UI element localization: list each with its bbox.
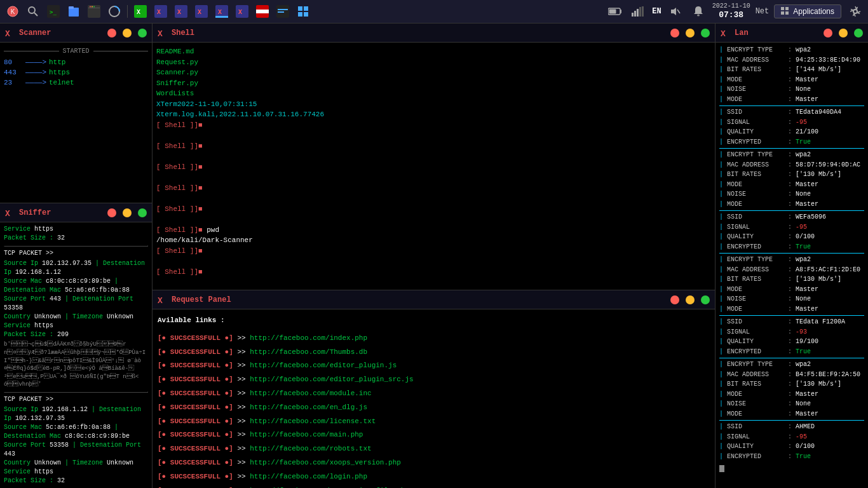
link-url: http://faceboo.com/license.txt [250, 417, 376, 425]
shell-line: Scanner.py [156, 67, 711, 78]
lan-ssid-row: | SSID : TEdata940DA4 [719, 107, 864, 118]
lan-min-btn[interactable] [839, 29, 848, 37]
shell-max-btn[interactable] [701, 29, 710, 37]
shell-line [156, 172, 711, 183]
sniffer-icon: X [5, 208, 15, 218]
link-url: http://faceboo.com/xoops_version.php [250, 459, 401, 466]
scanner-min-btn[interactable] [123, 29, 132, 37]
request-link-row: [● SUCSCESSFULL ●] >> http://faceboo.com… [158, 471, 710, 484]
shell-line: README.md [156, 46, 711, 57]
lan-quality-row: | QUALITY : 0/100 [719, 232, 864, 242]
volume-icon[interactable] [667, 3, 684, 20]
sniffer-country2: Country Unknown | Timezone Unknown [4, 459, 148, 468]
sniffer-close-btn[interactable] [107, 208, 116, 217]
app-icon-1[interactable]: K [4, 3, 22, 20]
lan-signal-row: | SIGNAL : -95 [719, 432, 864, 442]
svg-rect-38 [609, 9, 616, 13]
link-url: http://faceboo.com/index.php [250, 334, 367, 342]
lan-max-btn[interactable] [854, 29, 863, 37]
app-icon-files[interactable] [65, 3, 83, 20]
svg-text:>_: >_ [50, 9, 57, 15]
shell-close-btn[interactable] [670, 29, 679, 37]
svg-rect-49 [781, 11, 784, 15]
request-icon: X [158, 295, 168, 305]
shell-line: XTerm2022-11-10,07:31:15 [156, 99, 711, 110]
lan-inner-sep [719, 420, 864, 421]
success-label: [● SUCSCESSFULL ●] [158, 334, 233, 342]
applications-button[interactable]: Applications [774, 4, 841, 18]
service-name: http [49, 58, 65, 66]
svg-rect-30 [278, 9, 288, 10]
lan-close-btn[interactable] [824, 29, 832, 37]
app-icon-x2[interactable]: X [152, 3, 170, 20]
sniffer-max-btn[interactable] [138, 208, 147, 217]
svg-line-3 [34, 13, 37, 16]
sniffer-srcmac1: Source Mac c8:0c:c8:c9:89:be | Destenati… [4, 277, 148, 295]
svg-point-12 [93, 6, 95, 8]
scanner-panel: X Scanner STARTED 80————>http443————>htt… [0, 24, 152, 203]
sniffer-country1: Country Unknown | Timezone Unknown [4, 313, 148, 322]
sniffer-service2: Service https [4, 468, 148, 477]
lan-mode2-row: | MODE : Master [719, 200, 864, 210]
success-label: [● SUCSCESSFULL ●] [158, 376, 233, 383]
lan-ssid-row: | SSID : TEdata F1200A [719, 317, 864, 327]
sniffer-srcip2: Source Ip 192.168.1.12 | Destenation Ip … [4, 405, 148, 423]
shell-line: [ Shell ]]■ pwd [156, 225, 711, 236]
lan-separator [719, 148, 864, 149]
clock-date: 2022-11-10 [712, 2, 750, 10]
app-icon-terminal[interactable]: >_ [44, 3, 62, 20]
svg-point-46 [697, 14, 700, 16]
app-icon-flag[interactable] [254, 3, 271, 20]
lan-bitrates-row: | BIT RATES : ['130 Mb/s'] [719, 379, 864, 390]
svg-text:K: K [11, 8, 15, 15]
request-link-row: [● SUCSCESSFULL ●] >> http://faceboo.com… [158, 402, 710, 414]
shell-line: [ Shell ]]■ [156, 141, 711, 152]
success-label: [● SUCSCESSFULL ●] [158, 459, 233, 466]
app-icon-x3[interactable]: X [172, 3, 190, 20]
lan-mode-row: | MODE : Master [719, 75, 864, 85]
app-icon-x1[interactable]: X [132, 3, 149, 20]
svg-text:X: X [137, 9, 140, 16]
app-icon-x4[interactable]: X [193, 3, 210, 20]
lan-ssid-row: | SSID : AHMED [719, 422, 864, 432]
app-icon-term2[interactable] [274, 3, 292, 20]
request-link-row: [● SUCSCESSFULL ●] >> http://faceboo.com… [158, 443, 710, 456]
sniffer-pkt1: Packet Size : 209 [4, 330, 148, 339]
arrow-icon: ————> [25, 58, 46, 66]
request-close-btn[interactable] [670, 295, 679, 304]
app-icon-search[interactable] [24, 3, 42, 20]
lan-mode-row: | MODE : Master [719, 285, 864, 295]
app-icon-x6[interactable]: X [233, 3, 251, 20]
svg-marker-44 [671, 8, 676, 15]
sniffer-min-btn[interactable] [123, 208, 132, 217]
shell-min-btn[interactable] [686, 29, 695, 37]
svg-rect-34 [298, 12, 302, 17]
lan-bitrates-row: | BIT RATES : ['144 Mb/s'] [719, 65, 864, 75]
scanner-max-btn[interactable] [138, 29, 147, 37]
request-min-btn[interactable] [686, 295, 695, 304]
svg-rect-32 [298, 6, 302, 11]
scanner-close-btn[interactable] [107, 29, 116, 37]
app-icon-grid[interactable] [294, 3, 312, 20]
svg-rect-47 [781, 7, 784, 10]
main-layout: X Scanner STARTED 80————>http443————>htt… [0, 24, 868, 488]
svg-rect-41 [637, 9, 639, 17]
success-label: [● SUCSCESSFULL ●] [158, 473, 233, 480]
success-label: [● SUCSCESSFULL ●] [158, 445, 233, 452]
lan-quality-row: | QUALITY : 0/100 [719, 442, 864, 452]
left-column: X Scanner STARTED 80————>http443————>htt… [0, 24, 153, 488]
settings-icon[interactable] [846, 3, 864, 20]
app-icon-x5-active[interactable]: X [213, 3, 231, 20]
app-icon-browser[interactable] [85, 3, 103, 20]
lan-encrypt-type-row: | ENCRYPT TYPE : wpa2 [719, 45, 864, 55]
svg-point-11 [92, 6, 93, 8]
bell-icon[interactable] [689, 3, 707, 20]
request-max-btn[interactable] [701, 295, 710, 304]
service-name: telnet [49, 79, 74, 86]
svg-rect-50 [785, 11, 789, 15]
svg-text:X: X [158, 296, 163, 305]
app-icon-5[interactable] [105, 3, 123, 20]
shell-line [156, 193, 711, 204]
svg-rect-33 [304, 6, 308, 11]
request-panel: X Request Panel Avilable links :[● SUCSC… [153, 290, 715, 488]
